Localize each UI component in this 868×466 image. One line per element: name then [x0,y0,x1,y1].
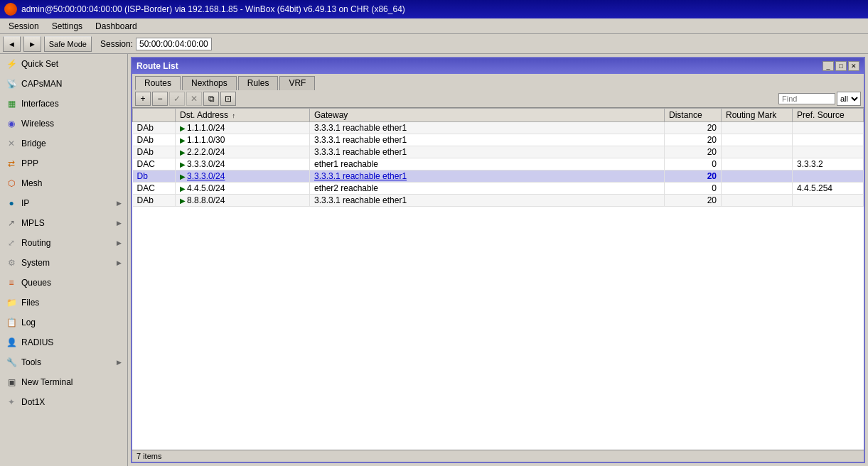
forward-button[interactable]: ► [23,36,41,52]
sidebar-item-capsman[interactable]: 📡 CAPsMAN [0,74,127,94]
tab-bar: Routes Nexthops Rules VRF [132,74,864,90]
sidebar-item-system[interactable]: ⚙ System ▶ [0,253,127,273]
sidebar-item-ppp[interactable]: ⇄ PPP [0,153,127,173]
col-dst-address[interactable]: Dst. Address ↑ [176,109,310,122]
menu-bar: Session Settings Dashboard [0,18,868,34]
cell-dst-address: ▶1.1.1.0/30 [176,134,310,146]
window-title: Route List [136,61,178,71]
cell-flags: Db [133,170,176,183]
cell-distance: 0 [665,183,722,195]
sidebar-item-mesh[interactable]: ⬡ Mesh [0,173,127,193]
sidebar-item-radius[interactable]: 👤 RADIUS [0,332,127,352]
window-maximize-button[interactable]: □ [835,61,847,71]
items-count: 7 items [136,452,161,460]
sidebar-item-interfaces[interactable]: ▦ Interfaces [0,94,127,114]
table-row[interactable]: DAb▶1.1.1.0/303.3.3.1 reachable ether120 [133,134,864,146]
back-button[interactable]: ◄ [3,36,21,52]
col-routing-mark[interactable]: Routing Mark [722,109,793,122]
sidebar-item-files[interactable]: 📁 Files [0,293,127,313]
cell-gateway: 3.3.3.1 reachable ether1 [309,134,664,146]
cell-gateway: 3.3.3.1 reachable ether1 [309,195,664,207]
cell-dst-address: ▶1.1.1.0/24 [176,122,310,134]
sidebar-item-routing[interactable]: ⤢ Routing ▶ [0,233,127,253]
sidebar-item-new-terminal[interactable]: ▣ New Terminal [0,372,127,392]
route-table-container: Dst. Address ↑ Gateway Distance Routing … [132,108,864,450]
cell-routing-mark [722,134,793,146]
cell-routing-mark [722,122,793,134]
find-input[interactable] [778,93,835,104]
menu-settings[interactable]: Settings [46,21,88,32]
sidebar-label-routing: Routing [21,238,50,248]
session-label: Session: [100,39,133,49]
cell-flags: DAb [133,134,176,146]
sidebar-item-tools[interactable]: 🔧 Tools ▶ [0,352,127,372]
table-row[interactable]: DAC▶3.3.3.0/24ether1 reachable03.3.3.2 [133,158,864,170]
cell-distance: 0 [665,158,722,170]
sidebar-label-files: Files [21,298,39,308]
status-bar: 7 items [132,450,864,462]
add-button[interactable]: + [135,92,151,106]
menu-session[interactable]: Session [3,21,45,32]
table-toolbar: + − ✓ ✕ ⧉ ⊡ all [132,90,864,108]
cell-dst-address: ▶2.2.2.0/24 [176,146,310,158]
filter-button[interactable]: ⊡ [220,92,236,106]
sidebar-item-dot1x[interactable]: ✦ Dot1X [0,392,127,412]
col-distance[interactable]: Distance [665,109,722,122]
tab-nexthops[interactable]: Nexthops [182,76,237,90]
sidebar-label-mesh: Mesh [21,178,42,188]
ip-icon: ● [6,197,17,209]
copy-button[interactable]: ⧉ [203,92,219,106]
check-button[interactable]: ✓ [169,92,185,106]
mesh-icon: ⬡ [6,178,17,189]
sidebar-item-log[interactable]: 📋 Log [0,313,127,332]
sidebar-item-wireless[interactable]: ◉ Wireless [0,114,127,134]
cell-dst-address: ▶3.3.3.0/24 [176,170,310,183]
col-flags[interactable] [133,109,176,122]
cell-routing-mark [722,158,793,170]
table-row[interactable]: DAb▶1.1.1.0/243.3.3.1 reachable ether120 [133,122,864,134]
col-gateway[interactable]: Gateway [309,109,664,122]
table-row[interactable]: DAb▶8.8.8.0/243.3.3.1 reachable ether120 [133,195,864,207]
table-row[interactable]: Db▶3.3.3.0/243.3.3.1 reachable ether120 [133,170,864,183]
tab-rules[interactable]: Rules [238,76,279,90]
wireless-icon: ◉ [6,118,17,129]
routing-arrow-icon: ▶ [117,239,122,246]
cell-gateway: ether2 reachable [309,183,664,195]
menu-dashboard[interactable]: Dashboard [90,21,143,32]
main-toolbar: ◄ ► Safe Mode Session: 50:00:00:04:00:00 [0,34,868,54]
safemode-button[interactable]: Safe Mode [44,36,92,52]
sidebar-label-wireless: Wireless [21,119,54,129]
cell-dst-address: ▶4.4.5.0/24 [176,183,310,195]
table-row[interactable]: DAC▶4.4.5.0/24ether2 reachable04.4.5.254 [133,183,864,195]
cell-gateway: ether1 reachable [309,158,664,170]
find-select[interactable]: all [837,92,861,106]
window-minimize-button[interactable]: _ [823,61,834,71]
sidebar-item-mpls[interactable]: ↗ MPLS ▶ [0,213,127,233]
col-pref-source[interactable]: Pref. Source [793,109,864,122]
sidebar-item-quick-set[interactable]: ⚡ Quick Set [0,54,127,74]
table-header-row: Dst. Address ↑ Gateway Distance Routing … [133,109,864,122]
sidebar: ⚡ Quick Set 📡 CAPsMAN ▦ Interfaces ◉ Wir… [0,54,128,466]
disable-button[interactable]: ✕ [186,92,202,106]
cell-flags: DAb [133,195,176,207]
sidebar-item-ip[interactable]: ● IP ▶ [0,193,127,213]
mpls-arrow-icon: ▶ [117,220,122,227]
cell-pref-source [793,146,864,158]
quick-set-icon: ⚡ [6,58,17,70]
sidebar-label-radius: RADIUS [21,337,53,347]
sidebar-item-queues[interactable]: ≡ Queues [0,273,127,293]
table-row[interactable]: DAb▶2.2.2.0/243.3.3.1 reachable ether120 [133,146,864,158]
sidebar-item-bridge[interactable]: ✕ Bridge [0,134,127,153]
cell-routing-mark [722,170,793,183]
sidebar-label-new-terminal: New Terminal [21,377,73,387]
cell-pref-source: 4.4.5.254 [793,183,864,195]
remove-button[interactable]: − [152,92,168,106]
files-icon: 📁 [6,297,17,308]
window-close-button[interactable]: ✕ [848,61,859,71]
tab-vrf[interactable]: VRF [279,76,315,90]
cell-distance: 20 [665,122,722,134]
tab-routes[interactable]: Routes [135,76,181,90]
sidebar-label-tools: Tools [21,357,41,367]
radius-icon: 👤 [6,337,17,348]
cell-distance: 20 [665,195,722,207]
